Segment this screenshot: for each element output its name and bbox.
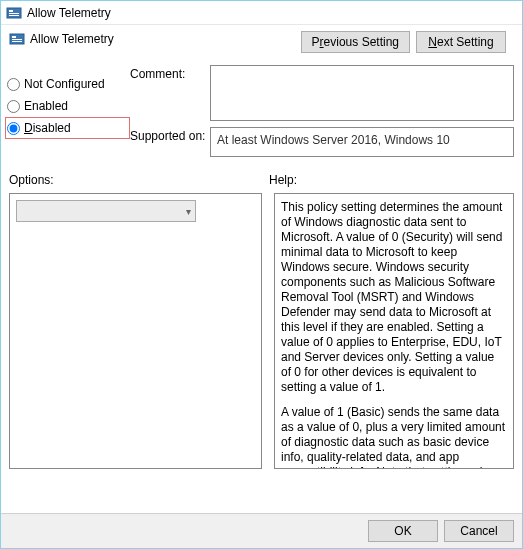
radio-label: Enabled xyxy=(24,99,68,113)
cancel-button[interactable]: Cancel xyxy=(444,520,514,542)
radio-disabled-input[interactable] xyxy=(7,122,20,135)
svg-rect-3 xyxy=(9,15,19,16)
comment-input[interactable] xyxy=(210,65,514,121)
svg-rect-2 xyxy=(9,13,19,14)
columns: ▾ This policy setting determines the amo… xyxy=(1,193,522,475)
svg-rect-6 xyxy=(12,39,22,40)
options-label: Options: xyxy=(9,173,269,187)
options-dropdown[interactable]: ▾ xyxy=(16,200,196,222)
state-radio-group: Not Configured Enabled Disabled xyxy=(5,65,130,163)
svg-rect-7 xyxy=(12,41,22,42)
window-title: Allow Telemetry xyxy=(27,6,111,20)
radio-disabled[interactable]: Disabled xyxy=(5,117,130,139)
config-area: Not Configured Enabled Disabled Comment:… xyxy=(1,61,522,167)
svg-rect-1 xyxy=(9,10,13,12)
help-label: Help: xyxy=(269,173,514,187)
page-title: Allow Telemetry xyxy=(30,32,114,46)
comment-label: Comment: xyxy=(130,65,210,121)
help-paragraph: A value of 1 (Basic) sends the same data… xyxy=(281,405,507,469)
help-paragraph: This policy setting determines the amoun… xyxy=(281,200,507,395)
help-panel: This policy setting determines the amoun… xyxy=(274,193,514,469)
next-setting-button[interactable]: Next Setting xyxy=(416,31,506,53)
radio-label: Disabled xyxy=(24,121,71,135)
svg-rect-5 xyxy=(12,36,16,38)
supported-on-label: Supported on: xyxy=(130,127,210,157)
radio-not-configured-input[interactable] xyxy=(7,78,20,91)
titlebar: Allow Telemetry xyxy=(1,1,522,25)
radio-enabled-input[interactable] xyxy=(7,100,20,113)
policy-icon xyxy=(6,5,22,21)
options-panel: ▾ xyxy=(9,193,262,469)
footer: OK Cancel xyxy=(1,513,522,548)
columns-header: Options: Help: xyxy=(1,167,522,193)
ok-button[interactable]: OK xyxy=(368,520,438,542)
radio-enabled[interactable]: Enabled xyxy=(5,95,130,117)
previous-setting-button[interactable]: Previous Setting xyxy=(301,31,410,53)
chevron-down-icon: ▾ xyxy=(186,206,191,217)
policy-icon xyxy=(9,31,25,47)
subheader: Allow Telemetry Previous Setting Next Se… xyxy=(1,25,522,61)
radio-not-configured[interactable]: Not Configured xyxy=(5,73,130,95)
radio-label: Not Configured xyxy=(24,77,105,91)
supported-on-value: At least Windows Server 2016, Windows 10 xyxy=(210,127,514,157)
